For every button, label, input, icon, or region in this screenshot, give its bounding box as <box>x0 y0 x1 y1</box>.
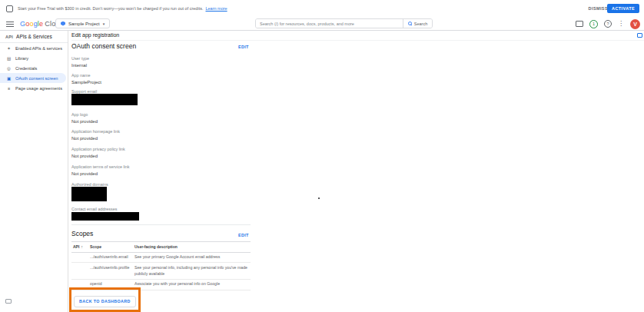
dismiss-button[interactable]: DISMISS <box>589 0 608 17</box>
cloud-shell-icon[interactable] <box>576 21 583 27</box>
agreements-icon: ≡ <box>6 86 12 91</box>
sidebar: API APIs & Services ✦ Enabled APIs & ser… <box>0 31 68 312</box>
key-icon: ◎ <box>6 66 12 71</box>
sidebar-item-oauth-consent-screen[interactable]: ▣ OAuth consent screen <box>0 73 66 83</box>
top-app-bar: GoogleCloud Sample Project ▾ Search 1 ? … <box>0 17 644 31</box>
free-trial-banner: Start your Free Trial with $300 in credi… <box>0 0 644 17</box>
redacted-contact-emails <box>71 212 139 221</box>
side-panel-toggle-icon[interactable] <box>637 33 642 38</box>
search-icon <box>408 22 412 25</box>
chevron-down-icon: ▾ <box>103 22 105 26</box>
enabled-apis-icon: ✦ <box>6 46 12 51</box>
more-vert-icon[interactable]: ⋮ <box>618 20 624 28</box>
table-row: .../auth/userinfo.profile See your perso… <box>71 263 251 280</box>
divider <box>71 40 644 41</box>
api-cell <box>71 253 90 263</box>
field-value: Not provided <box>71 171 130 176</box>
search-input[interactable] <box>256 19 403 28</box>
description-cell: See your personal info, including any pe… <box>134 263 251 279</box>
logo-letter: e <box>39 20 43 28</box>
field-label: App logo <box>71 112 98 117</box>
scopes-table: API↑ Scope User-facing description .../a… <box>71 241 251 290</box>
notifications-badge[interactable]: 1 <box>589 20 598 28</box>
field-app-logo: App logo Not provided <box>71 112 98 124</box>
scopes-table-header: API↑ Scope User-facing description <box>71 241 251 253</box>
sidebar-item-library[interactable]: ▤ Library <box>0 53 66 63</box>
annotation-highlight: BACK TO DASHBOARD <box>69 287 141 312</box>
page-title: Edit app registration <box>71 32 119 38</box>
field-value: Not provided <box>71 119 98 124</box>
cursor-dot <box>318 197 320 199</box>
google-cloud-console: Start your Free Trial with $300 in credi… <box>0 0 644 312</box>
field-label: Application privacy policy link <box>71 147 125 151</box>
project-icon <box>61 22 65 26</box>
sidebar-item-page-usage-agreements[interactable]: ≡ Page usage agreements <box>0 83 66 93</box>
field-user-type: User type Internal <box>71 56 89 68</box>
redacted-support-email <box>71 94 138 105</box>
sidebar-item-label: Page usage agreements <box>15 86 62 91</box>
field-label: Application homepage link <box>71 129 120 134</box>
field-value: Not provided <box>71 154 125 158</box>
avatar[interactable]: V <box>630 19 640 29</box>
chat-icon[interactable] <box>5 299 12 304</box>
sort-ascending-icon: ↑ <box>81 244 83 249</box>
trial-banner-text: Start your Free Trial with $300 in credi… <box>18 0 227 17</box>
edit-scopes-link[interactable]: EDIT <box>238 233 249 237</box>
sidebar-item-label: Library <box>15 56 28 61</box>
consent-screen-icon: ▣ <box>6 76 12 81</box>
trial-credit-icon <box>6 5 13 12</box>
learn-more-link[interactable]: Learn more <box>205 6 227 11</box>
sidebar-item-label: Credentials <box>15 66 37 71</box>
field-label: Application terms of service link <box>71 164 130 169</box>
oauth-consent-section-title: OAuth consent screen <box>71 42 136 50</box>
back-to-dashboard-button[interactable]: BACK TO DASHBOARD <box>74 296 136 307</box>
field-label: Contact email addresses <box>71 207 117 211</box>
sidebar-title: APIs & Services <box>16 34 52 39</box>
help-icon[interactable]: ? <box>604 20 612 28</box>
sidebar-item-label: OAuth consent screen <box>15 76 58 81</box>
field-label: User type <box>71 56 89 61</box>
search-button-label: Search <box>414 22 427 26</box>
column-header-description: User-facing description <box>134 242 251 252</box>
edit-consent-link[interactable]: EDIT <box>238 45 249 49</box>
sidebar-item-label: Enabled APIs & services <box>15 46 62 51</box>
project-selector[interactable]: Sample Project ▾ <box>55 18 110 28</box>
sidebar-header: API APIs & Services <box>0 31 68 43</box>
description-cell: See your primary Google Account email ad… <box>134 253 251 263</box>
description-cell: Associate you with your personal info on… <box>134 280 251 290</box>
activate-button[interactable]: ACTIVATE <box>607 4 639 13</box>
search-button[interactable]: Search <box>403 19 432 28</box>
redacted-authorized-domains <box>71 187 107 201</box>
column-header-api[interactable]: API↑ <box>71 242 90 252</box>
field-value: Internal <box>71 63 89 68</box>
header-icons: 1 ? ⋮ V <box>576 17 640 31</box>
field-value: SampleProject <box>71 80 101 85</box>
sidebar-item-enabled-apis[interactable]: ✦ Enabled APIs & services <box>0 43 66 53</box>
scopes-section-title: Scopes <box>71 230 93 237</box>
field-value: Not provided <box>71 136 120 141</box>
library-icon: ▤ <box>6 56 12 61</box>
api-cell <box>71 263 90 279</box>
column-label: API <box>73 244 79 249</box>
apis-services-icon: API <box>5 35 13 39</box>
divider <box>71 224 251 225</box>
scope-cell: .../auth/userinfo.profile <box>90 263 134 279</box>
field-privacy-policy-link: Application privacy policy link Not prov… <box>71 147 125 158</box>
field-label: App name <box>71 73 101 78</box>
field-app-name: App name SampleProject <box>71 73 101 85</box>
scope-cell: .../auth/userinfo.email <box>90 253 134 263</box>
trial-message: Start your Free Trial with $300 in credi… <box>18 6 203 11</box>
field-homepage-link: Application homepage link Not provided <box>71 129 120 141</box>
column-header-scope: Scope <box>90 242 134 252</box>
menu-icon[interactable] <box>6 22 14 27</box>
table-row: .../auth/userinfo.email See your primary… <box>71 253 251 264</box>
global-search: Search <box>255 18 433 28</box>
field-terms-of-service-link: Application terms of service link Not pr… <box>71 164 130 176</box>
project-name: Sample Project <box>68 22 100 26</box>
sidebar-item-credentials[interactable]: ◎ Credentials <box>0 63 66 73</box>
